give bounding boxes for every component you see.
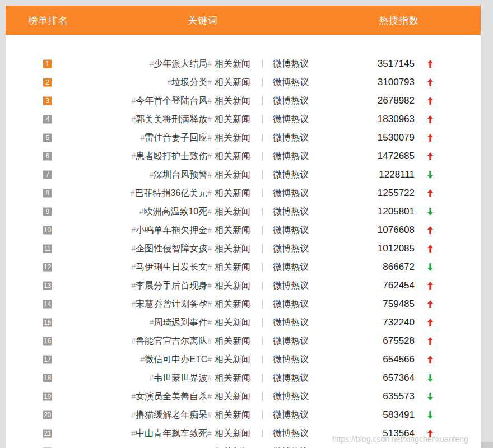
weibo-hot-link[interactable]: 微博热议 <box>273 427 309 439</box>
hash-mark: # <box>207 318 212 326</box>
divider <box>262 263 263 271</box>
weibo-hot-link[interactable]: 微博热议 <box>273 298 309 310</box>
keyword-link[interactable]: #鲁能官宣吉尔离队#相关新闻 <box>50 335 250 347</box>
ranking-row: 5 #雷佳音妻子回应#相关新闻 微博热议 1530079 <box>6 128 481 147</box>
scrollbar-corner[interactable] <box>481 442 493 448</box>
ranking-row: 4 #郭美美将刑满释放#相关新闻 微博热议 1830963 <box>6 110 481 128</box>
weibo-hot-link[interactable]: 微博热议 <box>273 261 309 273</box>
header-keyword-label: 关键词 <box>188 14 218 27</box>
weibo-hot-link[interactable]: 微博热议 <box>273 279 309 291</box>
keyword-link[interactable]: #女演员全美善自杀#相关新闻 <box>50 390 250 402</box>
trend-up-icon <box>427 189 433 197</box>
trend-up-icon <box>427 300 433 308</box>
keyword-link[interactable]: #撸猫缓解老年痴呆#相关新闻 <box>50 409 250 421</box>
divider <box>262 392 263 400</box>
weibo-hot-link[interactable]: 微博热议 <box>273 113 309 125</box>
trend-up-icon <box>427 60 433 68</box>
hash-mark: # <box>207 151 212 160</box>
ranking-row: 15 #周琦迟到事件#相关新闻 微博热议 732240 <box>6 313 481 332</box>
keyword-link[interactable]: #中山青年飙车致死#相关新闻 <box>50 427 250 439</box>
weibo-hot-link[interactable]: 微博热议 <box>273 353 309 365</box>
keyword-link[interactable]: #深圳台风预警#相关新闻 <box>50 169 250 180</box>
ranking-list: 1 #少年派大结局#相关新闻 微博热议 3517145 2 #垃圾分类#相关新闻… <box>6 35 481 448</box>
ranking-row: 8 #巴菲特捐36亿美元#相关新闻 微博热议 1255722 <box>6 184 481 202</box>
index-value: 583491 <box>308 409 415 421</box>
ranking-row: 12 #马伊琍生日发长文#相关新闻 微博热议 866672 <box>6 258 481 276</box>
weibo-hot-link[interactable]: 微博热议 <box>273 446 309 448</box>
keyword-text: 小鸣单车拖欠押金 <box>136 225 207 234</box>
related-news-label: 相关新闻 <box>215 95 250 105</box>
keyword-link[interactable]: #雷佳音妻子回应#相关新闻 <box>50 132 250 143</box>
weibo-hot-link[interactable]: 微博热议 <box>273 187 309 199</box>
index-value: 2678982 <box>308 95 415 106</box>
related-news-label: 相关新闻 <box>215 206 250 216</box>
weibo-hot-link[interactable]: 微博热议 <box>273 58 309 69</box>
ranking-row: 10 #小鸣单车拖欠押金#相关新闻 微博热议 1076608 <box>6 221 481 239</box>
list-header: 榜单排名 关键词 热搜指数 <box>6 6 481 35</box>
hash-mark: # <box>207 262 212 271</box>
keyword-link[interactable]: #韦世豪世界波#相关新闻 <box>50 372 250 384</box>
keyword-text: 雷佳音妻子回应 <box>145 132 207 142</box>
index-value: 3100793 <box>308 77 415 88</box>
related-news-label: 相关新闻 <box>215 372 250 382</box>
keyword-link[interactable]: #企图性侵智障女孩#相关新闻 <box>50 242 250 254</box>
index-value: 1076608 <box>308 225 415 236</box>
related-news-label: 相关新闻 <box>215 188 250 197</box>
weibo-hot-link[interactable]: 微博热议 <box>273 372 309 384</box>
keyword-text: 宋慧乔曾计划备孕 <box>136 298 207 308</box>
hash-mark: # <box>207 354 212 363</box>
hash-mark: # <box>207 96 212 105</box>
weibo-hot-link[interactable]: 微博热议 <box>273 224 309 236</box>
weibo-hot-link[interactable]: 微博热议 <box>273 335 309 347</box>
weibo-hot-link[interactable]: 微博热议 <box>273 390 309 402</box>
keyword-link[interactable]: #郭美美将刑满释放#相关新闻 <box>50 113 250 125</box>
divider <box>262 59 263 68</box>
keyword-link[interactable]: #今年首个登陆台风#相关新闻 <box>50 95 250 106</box>
trend-up-icon <box>427 134 433 142</box>
keyword-text: 微信可申办ETC <box>145 354 207 363</box>
keyword-link[interactable]: #周琦迟到事件#相关新闻 <box>50 316 250 328</box>
index-value: 1012085 <box>308 243 415 254</box>
keyword-link[interactable]: #巴菲特捐36亿美元#相关新闻 <box>50 187 250 199</box>
keyword-text: 撸猫缓解老年痴呆 <box>136 409 207 419</box>
keyword-link[interactable]: #李晨分手后首现身#相关新闻 <box>50 279 250 291</box>
keyword-link[interactable]: #垃圾分类#相关新闻 <box>50 76 250 88</box>
hash-mark: # <box>207 114 212 123</box>
weibo-hot-link[interactable]: 微博热议 <box>273 169 309 180</box>
weibo-hot-link[interactable]: 微博热议 <box>273 132 309 143</box>
hash-mark: # <box>207 77 212 86</box>
hash-mark: # <box>207 188 212 197</box>
related-news-label: 相关新闻 <box>215 114 250 123</box>
keyword-link[interactable]: 相关新闻 <box>50 446 250 448</box>
keyword-link[interactable]: #微信可申办ETC#相关新闻 <box>50 353 250 365</box>
keyword-link[interactable]: #欧洲高温致10死#相关新闻 <box>50 206 250 217</box>
related-news-label: 相关新闻 <box>215 243 250 253</box>
ranking-row: 14 #宋慧乔曾计划备孕#相关新闻 微博热议 759485 <box>6 295 481 313</box>
keyword-text: 患者殴打护士致伤 <box>136 151 207 160</box>
index-value: 1228111 <box>308 169 415 180</box>
weibo-hot-link[interactable]: 微博热议 <box>273 95 309 106</box>
trend-down-icon <box>427 263 433 271</box>
weibo-hot-link[interactable]: 微博热议 <box>273 150 309 162</box>
weibo-hot-link[interactable]: 微博热议 <box>273 206 309 217</box>
index-value: 1205801 <box>308 206 415 217</box>
divider <box>262 170 263 179</box>
ranking-row: 1 #少年派大结局#相关新闻 微博热议 3517145 <box>6 54 481 73</box>
divider <box>262 244 263 253</box>
weibo-hot-link[interactable]: 微博热议 <box>273 242 309 254</box>
keyword-link[interactable]: #宋慧乔曾计划备孕#相关新闻 <box>50 298 250 310</box>
trend-up-icon <box>427 115 433 123</box>
weibo-hot-link[interactable]: 微博热议 <box>273 409 309 421</box>
keyword-link[interactable]: #马伊琍生日发长文#相关新闻 <box>50 261 250 273</box>
weibo-hot-link[interactable]: 微博热议 <box>273 76 309 88</box>
keyword-text: 女演员全美善自杀 <box>136 391 207 400</box>
weibo-hot-link[interactable]: 微博热议 <box>273 316 309 328</box>
keyword-link[interactable]: #小鸣单车拖欠押金#相关新闻 <box>50 224 250 236</box>
index-value: 635573 <box>308 391 415 402</box>
hash-mark: # <box>207 391 212 400</box>
keyword-text: 少年派大结局 <box>154 58 207 68</box>
keyword-link[interactable]: #患者殴打护士致伤#相关新闻 <box>50 150 250 162</box>
related-news-label: 相关新闻 <box>215 428 250 437</box>
index-value: 657364 <box>308 372 415 384</box>
keyword-link[interactable]: #少年派大结局#相关新闻 <box>50 58 250 69</box>
